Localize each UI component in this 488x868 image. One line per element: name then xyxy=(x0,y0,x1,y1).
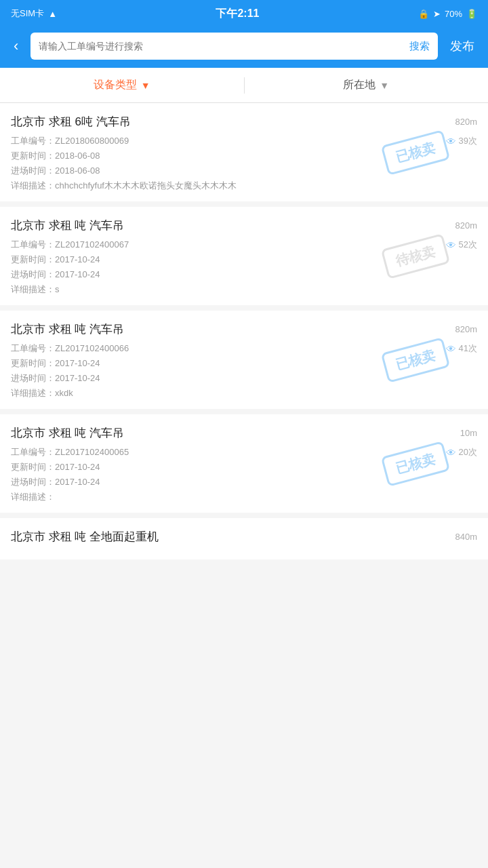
device-type-label: 设备类型 xyxy=(94,78,137,92)
location-label: 所在地 xyxy=(343,78,375,92)
item-order-label: 工单编号：ZL2017102400065 xyxy=(11,446,129,458)
back-button[interactable]: ‹ xyxy=(8,35,24,58)
item-distance: 820m xyxy=(455,324,477,334)
location-filter[interactable]: 所在地 ▼ xyxy=(245,68,489,102)
list-item[interactable]: 北京市 求租 吨 汽车吊 10m 工单编号：ZL2017102400065 👁 … xyxy=(0,414,488,513)
item-distance: 10m xyxy=(460,428,477,438)
item-update-time: 更新时间：2017-10-24 xyxy=(11,254,100,266)
battery-icon: 🔋 xyxy=(466,9,477,19)
last-item-title: 北京市 求租 吨 全地面起重机 xyxy=(11,529,159,545)
battery-label: 70% xyxy=(445,9,462,19)
item-title: 北京市 求租 吨 汽车吊 xyxy=(11,218,124,233)
item-order-label: 工单编号：ZL2017102400067 xyxy=(11,239,129,251)
item-title-row: 北京市 求租 吨 汽车吊 820m xyxy=(11,321,477,337)
item-order-row: 工单编号：ZL2017102400067 👁 52次 xyxy=(11,239,477,251)
list-item-last[interactable]: 北京市 求租 吨 全地面起重机 840m xyxy=(0,518,488,559)
item-entry-time: 进场时间：2017-10-24 xyxy=(11,372,100,384)
item-title: 北京市 求租 6吨 汽车吊 xyxy=(11,114,131,130)
location-icon: ➤ xyxy=(433,9,441,19)
item-views: 👁 41次 xyxy=(446,342,477,355)
device-type-chevron-icon: ▼ xyxy=(141,80,150,91)
search-button[interactable]: 搜索 xyxy=(401,40,438,53)
status-left: 无SIM卡 ▲ xyxy=(11,7,57,20)
list-item[interactable]: 北京市 求租 吨 汽车吊 820m 工单编号：ZL2017102400066 👁… xyxy=(0,311,488,409)
item-update-time: 更新时间：2017-10-24 xyxy=(11,461,100,473)
item-update-time: 更新时间：2017-10-24 xyxy=(11,357,100,370)
item-views: 👁 20次 xyxy=(446,446,477,458)
header: ‹ 搜索 发布 xyxy=(0,27,488,68)
item-description: 详细描述： xyxy=(11,491,477,503)
item-description: 详细描述：xkdk xyxy=(11,387,477,399)
item-description: 详细描述：chhchchfyfuf木木木木欧诺拖头女魔头木木木木 xyxy=(11,180,477,192)
item-entry-time: 进场时间：2017-10-24 xyxy=(11,476,100,488)
item-order-label: 工单编号：ZL2017102400066 xyxy=(11,342,129,355)
item-views: 👁 39次 xyxy=(446,135,477,147)
status-right: 🔒 ➤ 70% 🔋 xyxy=(418,9,477,19)
item-title: 北京市 求租 吨 汽车吊 xyxy=(11,425,124,441)
list-container: 北京市 求租 6吨 汽车吊 820m 工单编号：ZL2018060800069 … xyxy=(0,103,488,559)
eye-icon: 👁 xyxy=(446,343,456,355)
time-label: 下午2:11 xyxy=(216,7,259,21)
item-title-row: 北京市 求租 6吨 汽车吊 820m xyxy=(11,114,477,130)
device-type-filter[interactable]: 设备类型 ▼ xyxy=(0,68,244,102)
status-bar: 无SIM卡 ▲ 下午2:11 🔒 ➤ 70% 🔋 xyxy=(0,0,488,27)
carrier-label: 无SIM卡 xyxy=(11,7,44,20)
location-chevron-icon: ▼ xyxy=(380,80,389,91)
item-description: 详细描述：s xyxy=(11,283,477,296)
item-distance: 820m xyxy=(455,220,477,231)
item-title-row: 北京市 求租 吨 汽车吊 820m xyxy=(11,218,477,233)
search-input[interactable] xyxy=(30,41,401,52)
item-order-label: 工单编号：ZL2018060800069 xyxy=(11,135,129,147)
search-bar: 搜索 xyxy=(30,33,438,60)
publish-button[interactable]: 发布 xyxy=(445,35,480,57)
item-title: 北京市 求租 吨 汽车吊 xyxy=(11,321,124,337)
item-entry-row: 进场时间：2017-10-24 xyxy=(11,476,477,488)
lock-icon: 🔒 xyxy=(418,9,429,19)
wifi-icon: ▲ xyxy=(48,9,57,19)
last-item-title-row: 北京市 求租 吨 全地面起重机 840m xyxy=(11,529,477,545)
item-order-row: 工单编号：ZL2018060800069 👁 39次 xyxy=(11,135,477,147)
filter-bar: 设备类型 ▼ 所在地 ▼ xyxy=(0,68,488,103)
item-update-row: 更新时间：2018-06-08 xyxy=(11,150,477,162)
item-views: 👁 52次 xyxy=(446,239,477,251)
last-item-distance: 840m xyxy=(455,532,477,542)
item-entry-time: 进场时间：2018-06-08 xyxy=(11,165,100,177)
eye-icon: 👁 xyxy=(446,239,456,251)
item-entry-row: 进场时间：2017-10-24 xyxy=(11,372,477,384)
item-order-row: 工单编号：ZL2017102400066 👁 41次 xyxy=(11,342,477,355)
eye-icon: 👁 xyxy=(446,447,456,458)
item-entry-row: 进场时间：2017-10-24 xyxy=(11,269,477,281)
item-title-row: 北京市 求租 吨 汽车吊 10m xyxy=(11,425,477,441)
item-update-row: 更新时间：2017-10-24 xyxy=(11,254,477,266)
item-distance: 820m xyxy=(455,117,477,127)
eye-icon: 👁 xyxy=(446,136,456,147)
item-order-row: 工单编号：ZL2017102400065 👁 20次 xyxy=(11,446,477,458)
list-item[interactable]: 北京市 求租 吨 汽车吊 820m 工单编号：ZL2017102400067 👁… xyxy=(0,207,488,305)
item-entry-row: 进场时间：2018-06-08 xyxy=(11,165,477,177)
item-update-time: 更新时间：2018-06-08 xyxy=(11,150,100,162)
item-update-row: 更新时间：2017-10-24 xyxy=(11,461,477,473)
item-entry-time: 进场时间：2017-10-24 xyxy=(11,269,100,281)
list-item[interactable]: 北京市 求租 6吨 汽车吊 820m 工单编号：ZL2018060800069 … xyxy=(0,103,488,201)
item-update-row: 更新时间：2017-10-24 xyxy=(11,357,477,370)
